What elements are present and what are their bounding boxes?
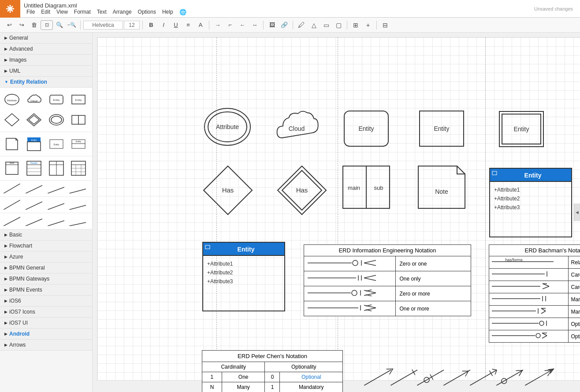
sidebar-item-flowchart[interactable]: ▶ Flowchart <box>0 240 92 251</box>
shape-entity-rect[interactable]: Entity <box>69 90 88 109</box>
sidebar-item-android[interactable]: ▶ Android <box>0 329 92 340</box>
arrow-both-button[interactable]: ↔ <box>249 19 260 31</box>
align-button[interactable]: ≡ <box>182 19 194 31</box>
fit-page-button[interactable]: ⊡ <box>41 20 53 30</box>
canvas-diamond-has-double[interactable]: Has <box>276 164 328 216</box>
panel-button[interactable]: ⊟ <box>379 19 391 31</box>
sidebar-item-general[interactable]: ▶ General <box>0 33 92 44</box>
globe-icon[interactable]: 🌐 <box>177 9 189 15</box>
menu-arrange[interactable]: Arrange <box>110 9 134 15</box>
italic-button[interactable]: I <box>158 19 169 31</box>
canvas-entity-rect[interactable]: Entity <box>417 104 466 153</box>
grid-button[interactable]: ⊞ <box>350 19 361 31</box>
redo-button[interactable]: ↪ <box>16 19 27 31</box>
line-diagonal-6[interactable] <box>25 199 43 211</box>
line-diagonal-10[interactable] <box>25 215 43 227</box>
line-diagonal-5[interactable] <box>3 199 21 211</box>
shape-cloud[interactable]: Cloud <box>25 90 43 109</box>
canvas-entity-double[interactable]: Entity <box>497 105 546 153</box>
sidebar-item-ios7ui[interactable]: ▶ iOS7 UI <box>0 318 92 329</box>
image-button[interactable]: 🖼 <box>266 19 278 31</box>
canvas-attribute[interactable]: Attribute <box>203 103 252 151</box>
svg-line-51 <box>69 222 86 226</box>
fillstyle-button[interactable]: ▭ <box>320 19 332 31</box>
sidebar-item-advanced[interactable]: ▶ Advanced <box>0 44 92 55</box>
canvas-entity-split[interactable]: main sub <box>342 165 390 209</box>
shape-list[interactable]: Header <box>25 159 43 178</box>
canvas[interactable]: Attribute Cloud Entity <box>97 37 580 381</box>
sidebar-item-bpmn-events[interactable]: ▶ BPMN Events <box>0 285 92 296</box>
shape-entity-split[interactable] <box>69 111 88 129</box>
elbow-button[interactable]: ⌐ <box>224 19 236 31</box>
linecolor-button[interactable]: △ <box>308 19 320 31</box>
sidebar-item-arrows[interactable]: ▶ Arrows <box>0 340 92 351</box>
arrow-left-button[interactable]: ← <box>237 19 248 31</box>
shape-double-ellipse[interactable] <box>47 111 66 129</box>
canvas-erd-ie-table[interactable]: ERD Information Engineering Notation <box>304 244 471 306</box>
sidebar-item-ios7icons[interactable]: ▶ iOS7 Icons <box>0 307 92 318</box>
font-name-display[interactable]: Helvetica <box>83 21 123 30</box>
canvas-cloud[interactable]: Cloud <box>274 104 320 151</box>
sidebar-item-azure[interactable]: ▶ Azure <box>0 251 92 263</box>
canvas-entity-blue-attrs[interactable]: Entity +Attribute1 +Attribute2 +Attribut… <box>489 167 573 238</box>
canvas-erd-bachman-table[interactable]: ERD Bachman's Notation has/forms Relatio… <box>489 244 580 341</box>
chevron-right-icon-ios6: ▶ <box>4 299 7 303</box>
line-diagonal-12[interactable] <box>68 215 87 227</box>
arrow-right-button[interactable]: → <box>212 19 223 31</box>
menu-view[interactable]: View <box>54 9 71 15</box>
canvas-entity-blue2[interactable]: Entity +Attribute1 +Attribute2 +Attribut… <box>202 241 286 312</box>
right-panel-toggle[interactable]: ◀ <box>574 203 580 221</box>
link-button[interactable]: 🔗 <box>279 19 290 31</box>
shape-note[interactable] <box>3 135 21 153</box>
sidebar-item-bpmn-gateways[interactable]: ▶ BPMN Gateways <box>0 274 92 285</box>
canvas-diamond-has[interactable]: Has <box>202 164 254 216</box>
shape-grid-table[interactable] <box>69 159 88 178</box>
shape-text-lined[interactable]: Entity <box>69 135 88 153</box>
canvas-area[interactable]: Attribute Cloud Entity <box>93 33 580 392</box>
canvas-note[interactable]: Note <box>417 165 466 209</box>
shape-doc[interactable]: Note <box>3 159 21 178</box>
menu-options[interactable]: Options <box>135 9 159 15</box>
shape-diamond-double[interactable] <box>25 111 43 129</box>
menu-help[interactable]: Help <box>160 9 176 15</box>
shape-table[interactable] <box>47 159 66 178</box>
menu-format[interactable]: Format <box>71 9 93 15</box>
underline-button[interactable]: U <box>170 19 182 31</box>
line-diagonal-2[interactable] <box>25 182 43 195</box>
sidebar-item-images[interactable]: ▶ Images <box>0 55 92 66</box>
line-diagonal-1[interactable] <box>3 182 21 195</box>
chevron-right-icon-images: ▶ <box>4 58 7 62</box>
shape-entity-blue[interactable]: Entity <box>25 135 43 153</box>
canvas-erd-chen-table[interactable]: ERD Peter Chen's Notation Cardinality Op… <box>202 350 343 392</box>
bold-button[interactable]: B <box>145 19 157 31</box>
canvas-entity-round[interactable]: Entity <box>342 104 390 153</box>
delete-button[interactable]: 🗑 <box>28 19 40 31</box>
line-diagonal-7[interactable] <box>47 199 65 211</box>
sidebar-item-basic[interactable]: ▶ Basic <box>0 229 92 240</box>
zoom-in-button[interactable]: 🔍 <box>54 19 65 31</box>
shadow-button[interactable]: ▢ <box>333 19 344 31</box>
zoom-out-button[interactable]: −🔍 <box>66 19 78 31</box>
shape-text-simple[interactable]: Entity <box>47 135 66 153</box>
sidebar-item-ios6[interactable]: ▶ iOS6 <box>0 296 92 307</box>
line-diagonal-8[interactable] <box>68 199 87 211</box>
fontcolor-button[interactable]: A <box>195 19 206 31</box>
font-size-display[interactable]: 12 <box>124 21 140 30</box>
sidebar-item-entity-relation[interactable]: ▼ Entity Relation <box>0 77 92 88</box>
undo-button[interactable]: ↩ <box>4 19 15 31</box>
line-diagonal-3[interactable] <box>47 182 65 195</box>
menu-text[interactable]: Text <box>94 9 109 15</box>
shape-attribute[interactable]: Attribute <box>3 90 21 109</box>
shape-entity-round[interactable]: Entity <box>47 90 66 109</box>
add-button[interactable]: + <box>362 19 374 31</box>
sidebar-item-bpmn-general[interactable]: ▶ BPMN General <box>0 263 92 274</box>
line-diagonal-4[interactable] <box>68 182 87 195</box>
fillcolor-button[interactable]: 🖊 <box>296 19 307 31</box>
sidebar-resize-handle[interactable] <box>90 33 92 392</box>
menu-edit[interactable]: Edit <box>38 9 53 15</box>
shape-diamond[interactable] <box>3 111 21 129</box>
menu-file[interactable]: File <box>24 9 37 15</box>
line-diagonal-9[interactable] <box>3 215 21 227</box>
sidebar-item-uml[interactable]: ▶ UML <box>0 66 92 77</box>
line-diagonal-11[interactable] <box>47 215 65 227</box>
